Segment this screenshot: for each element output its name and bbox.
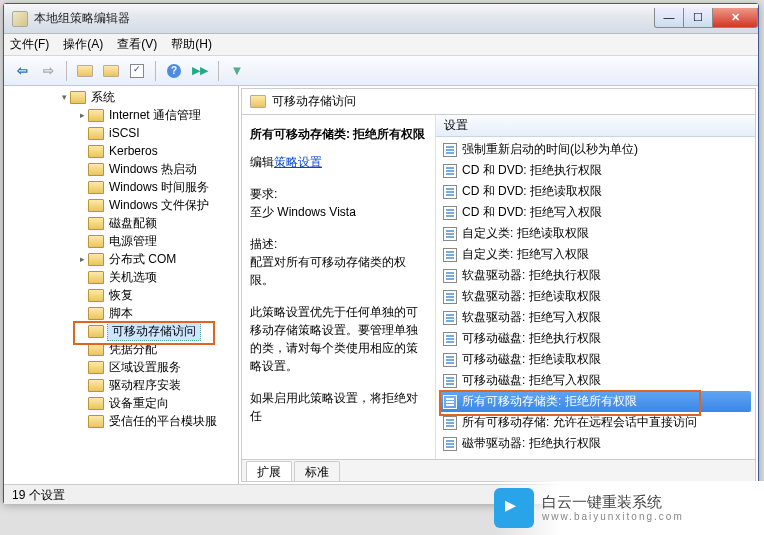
folder-icon <box>88 271 104 284</box>
menu-help[interactable]: 帮助(H) <box>171 36 212 53</box>
list-item[interactable]: 软盘驱动器: 拒绝执行权限 <box>440 265 751 286</box>
help-button[interactable]: ? <box>162 59 186 83</box>
minimize-button[interactable]: — <box>654 8 684 28</box>
list-item[interactable]: 自定义类: 拒绝写入权限 <box>440 244 751 265</box>
list-item[interactable]: CD 和 DVD: 拒绝读取权限 <box>440 181 751 202</box>
tree-item-label: 驱动程序安装 <box>107 377 183 394</box>
tree-item-label: 区域设置服务 <box>107 359 183 376</box>
tree-item-label: 系统 <box>89 89 117 106</box>
tree-item-label: 关机选项 <box>107 269 159 286</box>
up-level-button[interactable] <box>73 59 97 83</box>
policy-list[interactable]: 强制重新启动的时间(以秒为单位)CD 和 DVD: 拒绝执行权限CD 和 DVD… <box>436 137 755 459</box>
tree-item[interactable]: 受信任的平台模块服 <box>4 412 238 430</box>
tree-item-label: Windows 时间服务 <box>107 179 211 196</box>
tree-item-label: 磁盘配额 <box>107 215 159 232</box>
menu-action[interactable]: 操作(A) <box>63 36 103 53</box>
tree-item[interactable]: 脚本 <box>4 304 238 322</box>
list-item[interactable]: 强制重新启动的时间(以秒为单位) <box>440 139 751 160</box>
policy-icon <box>443 374 457 388</box>
list-item[interactable]: 软盘驱动器: 拒绝读取权限 <box>440 286 751 307</box>
tree-pane[interactable]: ▾系统▸Internet 通信管理iSCSIKerberosWindows 热启… <box>4 86 239 484</box>
tree-item[interactable]: Windows 热启动 <box>4 160 238 178</box>
menu-file[interactable]: 文件(F) <box>10 36 49 53</box>
list-item[interactable]: CD 和 DVD: 拒绝写入权限 <box>440 202 751 223</box>
back-button[interactable]: ⇦ <box>10 59 34 83</box>
tree-item-label: 设备重定向 <box>107 395 171 412</box>
list-item[interactable]: 软盘驱动器: 拒绝写入权限 <box>440 307 751 328</box>
tree-item[interactable]: 区域设置服务 <box>4 358 238 376</box>
tree-item-label: 分布式 COM <box>107 251 178 268</box>
edit-policy-link[interactable]: 策略设置 <box>274 155 322 169</box>
list-item-label: 软盘驱动器: 拒绝执行权限 <box>462 267 601 284</box>
menu-view[interactable]: 查看(V) <box>117 36 157 53</box>
folder-icon <box>88 253 104 266</box>
folder-icon <box>70 91 86 104</box>
tree-item[interactable]: 关机选项 <box>4 268 238 286</box>
list-item-label: 自定义类: 拒绝读取权限 <box>462 225 589 242</box>
description-p1: 配置对所有可移动存储类的权限。 <box>250 253 427 289</box>
filter-button[interactable]: ▼ <box>225 59 249 83</box>
folder-icon <box>88 199 104 212</box>
tab-extended[interactable]: 扩展 <box>246 461 292 481</box>
folder-icon <box>88 127 104 140</box>
close-button[interactable]: ✕ <box>712 8 758 28</box>
list-item[interactable]: 可移动磁盘: 拒绝写入权限 <box>440 370 751 391</box>
toolbar: ⇦ ⇨ ? ▶▶ ▼ <box>4 56 758 86</box>
list-item[interactable]: 可移动磁盘: 拒绝执行权限 <box>440 328 751 349</box>
tree-item[interactable]: ▸分布式 COM <box>4 250 238 268</box>
policy-icon <box>443 437 457 451</box>
folder-icon <box>88 325 104 338</box>
policy-icon <box>443 227 457 241</box>
window-title: 本地组策略编辑器 <box>34 10 655 27</box>
properties-button[interactable] <box>125 59 149 83</box>
titlebar[interactable]: 本地组策略编辑器 — ☐ ✕ <box>4 4 758 34</box>
folder-icon <box>88 109 104 122</box>
tree-item-label: 可移动存储访问 <box>107 322 201 341</box>
folder-icon <box>88 235 104 248</box>
tree-item[interactable]: 电源管理 <box>4 232 238 250</box>
maximize-button[interactable]: ☐ <box>683 8 713 28</box>
list-item-label: 可移动磁盘: 拒绝执行权限 <box>462 330 601 347</box>
tree-item[interactable]: Windows 时间服务 <box>4 178 238 196</box>
tree-item[interactable]: 可移动存储访问 <box>4 322 238 340</box>
folder-icon <box>88 217 104 230</box>
list-item-label: 所有可移动存储类: 拒绝所有权限 <box>462 393 637 410</box>
gpedit-window: 本地组策略编辑器 — ☐ ✕ 文件(F) 操作(A) 查看(V) 帮助(H) ⇦… <box>3 3 759 503</box>
description-label: 描述: <box>250 235 427 253</box>
list-item[interactable]: 所有可移动存储: 允许在远程会话中直接访问 <box>440 412 751 433</box>
tree-item[interactable]: 恢复 <box>4 286 238 304</box>
list-column-header[interactable]: 设置 <box>436 115 755 137</box>
expand-toggle-icon[interactable]: ▸ <box>76 110 88 120</box>
tree-item[interactable]: 磁盘配额 <box>4 214 238 232</box>
policy-list-column: 设置 强制重新启动的时间(以秒为单位)CD 和 DVD: 拒绝执行权限CD 和 … <box>435 115 755 459</box>
policy-icon <box>443 185 457 199</box>
tree-item[interactable]: ▾系统 <box>4 88 238 106</box>
folder-icon <box>88 379 104 392</box>
tree-item[interactable]: 设备重定向 <box>4 394 238 412</box>
action-button[interactable]: ▶▶ <box>188 59 212 83</box>
tree-item-label: Internet 通信管理 <box>107 107 203 124</box>
edit-prefix: 编辑 <box>250 155 274 169</box>
content-area: ▾系统▸Internet 通信管理iSCSIKerberosWindows 热启… <box>4 86 758 484</box>
show-tree-button[interactable] <box>99 59 123 83</box>
view-tabs: 扩展 标准 <box>242 459 755 481</box>
tree-item[interactable]: iSCSI <box>4 124 238 142</box>
tree-item-label: 电源管理 <box>107 233 159 250</box>
tree-item[interactable]: 驱动程序安装 <box>4 376 238 394</box>
list-item[interactable]: 自定义类: 拒绝读取权限 <box>440 223 751 244</box>
tree-item[interactable]: ▸Internet 通信管理 <box>4 106 238 124</box>
policy-icon <box>443 143 457 157</box>
expand-toggle-icon[interactable]: ▸ <box>76 254 88 264</box>
tab-standard[interactable]: 标准 <box>294 461 340 481</box>
list-item[interactable]: CD 和 DVD: 拒绝执行权限 <box>440 160 751 181</box>
tree-item[interactable]: Windows 文件保护 <box>4 196 238 214</box>
expand-toggle-icon[interactable]: ▾ <box>58 92 70 102</box>
list-item[interactable]: 所有可移动存储类: 拒绝所有权限 <box>440 391 751 412</box>
tree-item[interactable]: 凭据分配 <box>4 340 238 358</box>
list-item[interactable]: 磁带驱动器: 拒绝执行权限 <box>440 433 751 454</box>
tree-item[interactable]: Kerberos <box>4 142 238 160</box>
list-item[interactable]: 可移动磁盘: 拒绝读取权限 <box>440 349 751 370</box>
folder-icon <box>88 181 104 194</box>
list-item-label: 软盘驱动器: 拒绝写入权限 <box>462 309 601 326</box>
status-text: 19 个设置 <box>12 488 65 502</box>
